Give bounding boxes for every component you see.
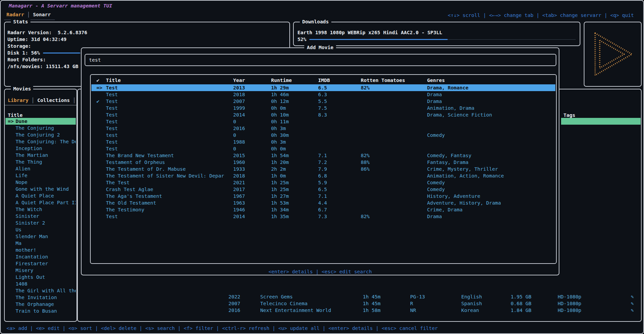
- movie-list-item[interactable]: The Orphanage: [5, 301, 76, 308]
- search-result-row[interactable]: Test 0 0h 0m: [91, 145, 555, 152]
- search-result-row[interactable]: The Test 2021 1h 25m 5.9 Comedy: [91, 179, 555, 186]
- tab-sonarr[interactable]: Sonarr: [33, 12, 51, 17]
- search-result-row[interactable]: Test 2014 1h 35m 7.3 82% Drama: [91, 213, 555, 220]
- movie-list-item[interactable]: Alien: [5, 165, 76, 172]
- search-result-row[interactable]: The Old Testament 1963 1h 53m 4.4 Advent…: [91, 200, 555, 206]
- result-imdb-rating: 6.5: [318, 84, 327, 91]
- movie-title: Slender Man: [16, 234, 48, 239]
- movie-list-item[interactable]: Firestarter: [5, 260, 76, 267]
- servarr-tab-bar: Radarr │ Sonarr: [6, 11, 51, 18]
- search-result-row[interactable]: Test 2018 1h 46m 6.3 Drama: [91, 91, 555, 98]
- result-title: Testament of Orpheus: [106, 159, 165, 166]
- result-runtime: 2h 2m: [271, 166, 286, 172]
- search-result-row[interactable]: test 0 0h 30m Comedy: [91, 132, 555, 139]
- movie-list-item[interactable]: The Girl with All the: [5, 287, 76, 294]
- modal-keybindings-hint: <enter> details | <esc> edit search: [82, 268, 559, 275]
- tab-divider: │: [24, 12, 33, 17]
- movie-list-item[interactable]: Lights Out: [5, 274, 76, 280]
- download-progress-fill: [309, 39, 448, 40]
- tab-library[interactable]: Library: [8, 98, 28, 103]
- movie-list-item[interactable]: The Martian: [5, 152, 76, 159]
- result-year: 2016: [233, 125, 245, 132]
- tags-column-header: Tags: [563, 112, 575, 119]
- movie-table-row[interactable]: 2022 Screen Gems 1h 45m PG-13 English 1.…: [79, 293, 640, 300]
- column-header-year: Year: [233, 77, 245, 84]
- movie-list-item[interactable]: Incantation: [5, 253, 76, 260]
- search-result-row[interactable]: Test 2016 0h 3m: [91, 125, 555, 132]
- movie-list-item[interactable]: The Invitation: [5, 294, 76, 301]
- result-runtime: 0h 10m: [271, 111, 289, 118]
- movie-list-item[interactable]: =>Dune: [5, 118, 76, 125]
- movie-list-item[interactable]: 1408: [5, 280, 76, 287]
- tab-collections[interactable]: Collections: [37, 98, 70, 103]
- movie-title: Alien: [16, 166, 30, 171]
- bottom-keybindings-hint: <a> add | <e> edit | <o> sort | <del> de…: [6, 325, 438, 332]
- movie-list: =>Dune The Conjuring The Conjuring 2 The…: [5, 118, 76, 314]
- movie-list-item[interactable]: The Thing: [5, 159, 76, 165]
- search-results-table: ✔ Title Year Runtime IMDB Rotten Tomatoe…: [90, 74, 557, 264]
- search-result-row[interactable]: Testament of Orpheus 1960 1h 20m 7.2 88%…: [91, 159, 555, 166]
- movie-certification: PG-13: [410, 293, 425, 300]
- movie-search-input[interactable]: [85, 54, 556, 66]
- result-rotten-tomatoes: 82%: [361, 213, 370, 220]
- movie-list-item[interactable]: Slender Man: [5, 233, 76, 240]
- movie-table-row[interactable]: 2007 Telecinco Cinema 1h 45m R Spanish 0…: [79, 300, 640, 307]
- result-runtime: 1h 0m: [271, 172, 286, 179]
- movie-title: Firestarter: [16, 261, 48, 266]
- result-year: 1963: [233, 200, 245, 206]
- search-results-header: ✔ Title Year Runtime IMDB Rotten Tomatoe…: [91, 77, 555, 84]
- result-runtime: 1h 20m: [271, 159, 289, 166]
- movie-studio: Screen Gems: [260, 293, 293, 300]
- movie-table-row[interactable]: 2016 Next Entertainment World 1h 58m NR …: [79, 307, 640, 314]
- tab-divider: │: [70, 98, 75, 103]
- movie-title: The Conjuring: [16, 125, 54, 131]
- movie-list-item[interactable]: The Conjuring: [5, 125, 76, 131]
- result-genres: Comedy: [427, 179, 445, 186]
- movie-list-item[interactable]: Train to Busan: [5, 308, 76, 314]
- result-year: 0: [233, 118, 236, 125]
- result-imdb-rating: 5.5: [318, 98, 327, 105]
- movie-list-item[interactable]: A Quiet Place: [5, 192, 76, 199]
- result-imdb-rating: 7.9: [318, 166, 327, 172]
- movie-language: English: [461, 293, 482, 300]
- movie-list-item[interactable]: A Quiet Place Part II: [5, 199, 76, 206]
- movie-title: Inception: [16, 146, 42, 151]
- search-result-row[interactable]: Test 2014 0h 10m 8.3 Drama, Science Fict…: [91, 111, 555, 118]
- movie-list-item[interactable]: Misery: [5, 267, 76, 274]
- movie-list-item[interactable]: mother!: [5, 247, 76, 253]
- search-result-row[interactable]: ✔ Test 2007 0h 12m 5.5 Drama: [91, 98, 555, 105]
- movie-list-item[interactable]: The Conjuring 2: [5, 131, 76, 138]
- movie-size: 0.68 GB: [511, 300, 531, 307]
- movie-list-item[interactable]: Nope: [5, 179, 76, 186]
- edit-icon: ✎: [631, 307, 634, 314]
- result-title: Test: [106, 145, 118, 152]
- search-result-row[interactable]: The Testament of Sister New Devil: Depar…: [91, 172, 555, 179]
- search-result-row[interactable]: Crash Test Aglae 2017 1h 25m 6.5 Comedy: [91, 186, 555, 193]
- movie-runtime: 1h 45m: [363, 293, 380, 300]
- search-result-row[interactable]: Test 1999 0h 0m 7.5 Animation, Drama: [91, 105, 555, 111]
- search-result-row[interactable]: The Testament of Dr. Mabuse 1933 2h 2m 7…: [91, 166, 555, 172]
- movie-list-item[interactable]: Inception: [5, 145, 76, 152]
- selection-arrow: =>: [8, 118, 14, 125]
- search-result-row[interactable]: => Test 2013 1h 29m 6.5 82% Drama, Roman…: [91, 84, 555, 91]
- movie-list-item[interactable]: Us: [5, 226, 76, 233]
- movie-list-item[interactable]: Ma: [5, 240, 76, 247]
- movie-list-item[interactable]: Sinister: [5, 213, 76, 220]
- search-result-row[interactable]: The Testimony 1946 1h 34m 6.7 Crime, Dra…: [91, 206, 555, 213]
- movie-list-item[interactable]: The Conjuring: The De: [5, 138, 76, 145]
- movie-list-item[interactable]: Gone with the Wind: [5, 186, 76, 192]
- search-result-row[interactable]: The Aga's Testament 1967 1h 27m 7.1 Hist…: [91, 193, 555, 200]
- movie-title: Sinister: [16, 213, 39, 219]
- search-result-row[interactable]: The Brand New Testament 2015 1h 54m 7.1 …: [91, 152, 555, 159]
- movie-list-item[interactable]: The Witch: [5, 206, 76, 213]
- result-imdb-rating: 5.9: [318, 179, 327, 186]
- movie-list-item[interactable]: Sinister 2: [5, 220, 76, 226]
- movie-list-item[interactable]: Life: [5, 172, 76, 179]
- result-genres: Drama: [427, 91, 442, 98]
- search-result-row[interactable]: Test 0 0h 11m: [91, 118, 555, 125]
- result-title: The Test: [106, 179, 130, 186]
- search-result-row[interactable]: Test 1988 0h 3m: [91, 139, 555, 145]
- result-genres: Drama: [427, 98, 442, 105]
- result-title: Test: [106, 118, 118, 125]
- tab-radarr[interactable]: Radarr: [6, 12, 24, 17]
